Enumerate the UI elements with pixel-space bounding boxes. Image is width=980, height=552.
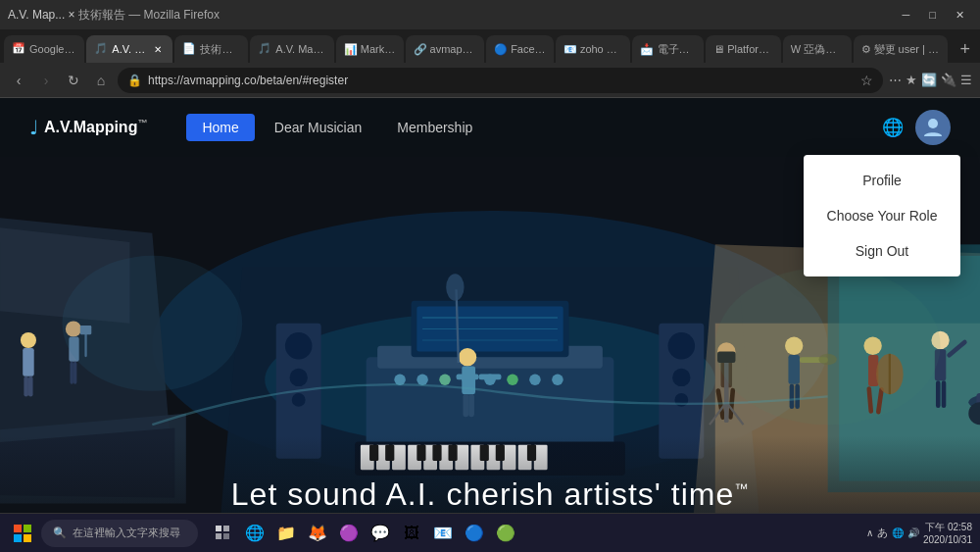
taskbar-explorer[interactable]: 📁 [272, 520, 300, 547]
svg-point-65 [668, 332, 696, 360]
tab-protection[interactable]: W 亞偽保護... [783, 35, 852, 63]
taskbar-photos[interactable]: 🖼 [398, 520, 425, 547]
tab-zoho[interactable]: 📧 zoho 電子... [556, 35, 631, 63]
svg-rect-110 [216, 526, 221, 531]
user-dropdown-menu: Profile Choose Your Role Sign Out [804, 155, 960, 276]
tab-django[interactable]: ⚙ 變更 user | Djan... [854, 35, 949, 63]
back-button[interactable]: ‹ [8, 70, 29, 91]
reload-button[interactable]: ↻ [63, 70, 84, 91]
svg-point-26 [529, 374, 540, 384]
svg-rect-107 [24, 525, 31, 532]
title-bar: A.V. Map... × 技術報告 — Mozilla Firefox ─ □… [0, 0, 980, 29]
svg-point-25 [507, 374, 517, 384]
nav-right: 🌐 [882, 110, 951, 145]
svg-rect-58 [457, 374, 479, 379]
nav-bar: ‹ › ↻ ⌂ 🔒 https://avmapping.co/beta/en/#… [0, 63, 980, 98]
svg-point-21 [416, 374, 427, 384]
svg-rect-59 [479, 374, 502, 379]
svg-rect-9 [24, 376, 28, 397]
taskbar-up-arrow[interactable]: ∧ [866, 527, 873, 538]
forward-button[interactable]: › [35, 70, 57, 91]
taskbar-network[interactable]: 🌐 [892, 527, 904, 538]
taskbar-right: ∧ あ 🌐 🔊 下午 02:58 2020/10/31 [866, 521, 972, 546]
home-button[interactable]: ⌂ [90, 70, 112, 91]
logo-icon: ♩ [29, 116, 38, 139]
svg-rect-13 [70, 362, 73, 384]
nav-icons-right: ⋯ ★ 🔄 🔌 ☰ [889, 73, 972, 87]
taskbar-ime[interactable]: あ [877, 526, 888, 540]
tab-platform[interactable]: 🖥 Platform D... [706, 35, 781, 63]
nav-dear-musician[interactable]: Dear Musician [259, 114, 377, 141]
menu-icon[interactable]: ☰ [960, 73, 972, 87]
start-button[interactable] [8, 519, 37, 548]
svg-rect-111 [223, 526, 229, 531]
tab-favicon-2: 🎵 [94, 42, 108, 56]
taskbar-mail[interactable]: 📧 [429, 520, 457, 547]
svg-rect-109 [24, 534, 31, 542]
svg-rect-113 [223, 533, 229, 539]
tab-tech[interactable]: 📄 技術報告－ [174, 35, 248, 63]
bookmark-star-icon[interactable]: ★ [906, 73, 917, 87]
tab-label-2: A.V. Map... [112, 43, 147, 55]
taskbar-search-text: 在這裡輸入文字來搜尋 [73, 526, 180, 540]
svg-point-63 [292, 393, 306, 407]
svg-point-27 [552, 374, 563, 384]
tab-label-3: 技術報告－ [200, 42, 240, 57]
tab-label-9: 📩 電子行銷... [640, 42, 696, 57]
taskbar-edge[interactable]: 🌐 [241, 520, 269, 547]
tab-google-cal[interactable]: 📅 Google Cal... [4, 35, 84, 63]
tab-close-2[interactable]: ✕ [151, 42, 165, 56]
tab-avmapping2[interactable]: 🎵 A.V. Mappin... [250, 35, 333, 63]
taskbar-app-green[interactable]: 🟢 [492, 520, 519, 547]
main-nav: Home Dear Musician Membership [186, 114, 488, 141]
window-title: A.V. Map... × 技術報告 — Mozilla Firefox [8, 7, 220, 24]
website-content: ♩ A.V.Mapping™ Home Dear Musician Member… [0, 98, 980, 552]
language-icon[interactable]: 🌐 [882, 117, 904, 138]
taskbar-firefox[interactable]: 🦊 [304, 520, 331, 547]
dropdown-profile[interactable]: Profile [804, 163, 960, 198]
svg-rect-95 [942, 380, 947, 408]
tab-favicon-3: 📄 [182, 42, 196, 56]
taskbar-teams[interactable]: 🟣 [335, 520, 363, 547]
svg-rect-55 [462, 366, 475, 394]
new-tab-button[interactable]: + [954, 35, 976, 63]
extensions-icon[interactable]: ⋯ [889, 73, 902, 87]
svg-rect-57 [468, 394, 474, 417]
tab-avmapping[interactable]: 🎵 A.V. Map... ✕ [86, 35, 172, 63]
dropdown-choose-role[interactable]: Choose Your Role [804, 198, 960, 233]
tab-marketing[interactable]: 📊 Marketing [336, 35, 404, 63]
dropdown-sign-out[interactable]: Sign Out [804, 233, 960, 269]
tab-label-7: 🔵 Facebook [494, 43, 546, 56]
bookmark-icon[interactable]: ☆ [860, 73, 873, 88]
minimize-btn[interactable]: ─ [895, 9, 918, 21]
svg-rect-8 [23, 348, 33, 376]
search-icon: 🔍 [53, 527, 67, 539]
svg-point-105 [928, 119, 938, 128]
sync-icon[interactable]: 🔄 [921, 73, 937, 87]
nav-membership[interactable]: Membership [381, 114, 488, 141]
taskbar-search[interactable]: 🔍 在這裡輸入文字來搜尋 [41, 520, 198, 547]
tab-label-12: ⚙ 變更 user | Djan... [861, 42, 941, 57]
taskbar-line[interactable]: 💬 [367, 520, 394, 547]
svg-point-22 [439, 374, 450, 384]
tab-facebook[interactable]: 🔵 Facebook [486, 35, 554, 63]
tab-avmapping3[interactable]: 🔗 avmapping... [406, 35, 485, 63]
taskbar-google[interactable]: 🔵 [461, 520, 488, 547]
tab-label-8: 📧 zoho 電子... [564, 42, 623, 57]
addon-icon[interactable]: 🔌 [941, 73, 956, 87]
tab-email[interactable]: 📩 電子行銷... [632, 35, 704, 63]
taskbar-volume[interactable]: 🔊 [907, 527, 919, 538]
logo-text: A.V.Mapping™ [44, 118, 147, 136]
tab-bar: 📅 Google Cal... 🎵 A.V. Map... ✕ 📄 技術報告－ … [0, 29, 980, 63]
maximize-btn[interactable]: □ [921, 9, 944, 21]
close-btn[interactable]: ✕ [948, 9, 972, 22]
address-bar[interactable]: 🔒 https://avmapping.co/beta/en/#register… [118, 68, 883, 93]
taskbar-apps: 🌐 📁 🦊 🟣 💬 🖼 📧 🔵 🟢 [210, 520, 519, 547]
taskbar-multitask[interactable] [210, 520, 237, 547]
site-logo[interactable]: ♩ A.V.Mapping™ [29, 116, 147, 139]
taskbar-clock[interactable]: 下午 02:58 2020/10/31 [923, 521, 972, 546]
user-avatar[interactable] [915, 110, 951, 145]
nav-home[interactable]: Home [186, 114, 254, 141]
svg-rect-18 [367, 357, 614, 447]
tab-favicon-1: 📅 [12, 42, 25, 56]
